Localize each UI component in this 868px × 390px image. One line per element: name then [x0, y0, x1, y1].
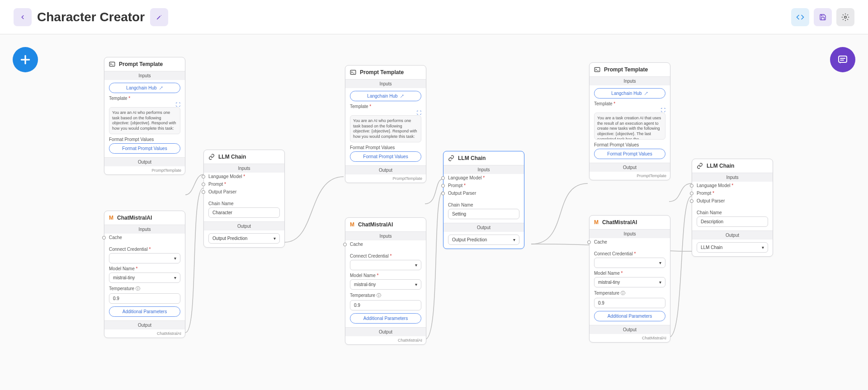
- mistral-icon: M: [594, 219, 599, 226]
- mistral-icon: M: [350, 221, 354, 228]
- template-textarea[interactable]: You are an AI who performs one task base…: [350, 115, 421, 142]
- credential-select[interactable]: ▾: [594, 258, 665, 268]
- chat-mistral-node-2[interactable]: M ChatMistralAI Inputs Cache Connect Cre…: [345, 217, 426, 345]
- template-textarea[interactable]: You are an AI who performs one task base…: [109, 107, 180, 134]
- template-textarea[interactable]: You are a task creation AI that uses the…: [594, 113, 665, 140]
- edit-title-button[interactable]: [150, 8, 168, 26]
- llm-chain-node-1[interactable]: LLM Chain Inputs Language Model Prompt O…: [203, 150, 285, 248]
- outputs-section: Output: [443, 223, 524, 232]
- langchain-hub-button[interactable]: Langchain Hub: [109, 83, 180, 93]
- node-header: M ChatMistralAI: [345, 218, 426, 231]
- chain-name-input[interactable]: Description: [697, 216, 768, 227]
- output-label: ChatMistralAI: [104, 329, 185, 338]
- chain-name-input[interactable]: Setting: [448, 209, 519, 219]
- format-prompt-button[interactable]: Format Prompt Values: [594, 149, 665, 159]
- cache-port: Cache: [345, 240, 426, 248]
- terminal-icon: [350, 69, 356, 75]
- node-header: LLM Chain: [443, 151, 524, 165]
- node-title: ChatMistralAI: [358, 221, 393, 228]
- add-node-button[interactable]: [13, 47, 38, 72]
- output-select[interactable]: Output Prediction▾: [208, 233, 280, 244]
- format-prompt-button[interactable]: Format Prompt Values: [350, 151, 421, 162]
- node-title: ChatMistralAI: [117, 215, 152, 221]
- model-select[interactable]: mistral-tiny▾: [594, 277, 665, 287]
- cred-label: Connect Credential: [350, 254, 421, 258]
- node-header: Prompt Template: [590, 63, 670, 76]
- llm-chain-node-2[interactable]: LLM Chain Inputs Language Model Prompt O…: [443, 151, 524, 249]
- inputs-section: Inputs: [104, 71, 185, 80]
- credential-select[interactable]: ▾: [350, 260, 421, 270]
- output-label: PromptTemplate: [590, 172, 670, 180]
- node-title: LLM Chain: [218, 154, 246, 160]
- cache-port: Cache: [104, 234, 185, 241]
- outputs-section: Output: [692, 230, 773, 240]
- chat-mistral-node-1[interactable]: M ChatMistralAI Inputs Cache Connect Cre…: [104, 211, 185, 338]
- wand-icon: [400, 94, 404, 99]
- node-header: M ChatMistralAI: [590, 216, 670, 229]
- node-header: LLM Chain: [204, 150, 284, 164]
- outputs-section: Output: [104, 320, 185, 329]
- inputs-section: Inputs: [345, 231, 426, 240]
- langchain-hub-button[interactable]: Langchain Hub: [594, 88, 665, 99]
- format-label: Format Prompt Values: [350, 145, 421, 150]
- model-label: Model Name: [594, 271, 665, 276]
- model-select[interactable]: mistral-tiny▾: [350, 279, 421, 290]
- node-title: Prompt Template: [119, 61, 163, 67]
- info-icon[interactable]: ⓘ: [621, 291, 625, 296]
- model-select[interactable]: mistral-tiny▾: [109, 273, 180, 283]
- expand-icon[interactable]: ⛶: [176, 102, 180, 107]
- node-title: Prompt Template: [360, 69, 404, 75]
- node-title: Prompt Template: [604, 66, 648, 73]
- inputs-section: Inputs: [104, 225, 185, 234]
- prompt-template-node-2[interactable]: Prompt Template Inputs Langchain Hub Tem…: [345, 65, 426, 183]
- info-icon[interactable]: ⓘ: [136, 286, 140, 291]
- format-prompt-button[interactable]: Format Prompt Values: [109, 143, 180, 154]
- expand-icon[interactable]: ⛶: [661, 108, 665, 113]
- additional-params-button[interactable]: Additional Parameters: [350, 313, 421, 324]
- outputs-section: Output: [104, 157, 185, 166]
- chat-mistral-node-3[interactable]: M ChatMistralAI Inputs Cache Connect Cre…: [589, 215, 670, 343]
- svg-rect-2: [109, 62, 115, 66]
- prompt-template-node-1[interactable]: Prompt Template Inputs Langchain Hub Tem…: [104, 57, 185, 175]
- temperature-input[interactable]: 0.9: [109, 293, 180, 304]
- expand-icon[interactable]: ⛶: [417, 110, 421, 115]
- temperature-input[interactable]: 0.9: [350, 300, 421, 310]
- model-label: Model Name: [350, 273, 421, 278]
- node-title: ChatMistralAI: [602, 219, 637, 226]
- cache-port: Cache: [590, 238, 670, 246]
- parser-port: Output Parser: [692, 197, 773, 205]
- link-icon: [448, 155, 454, 161]
- outputs-section: Output: [590, 163, 670, 172]
- langchain-hub-button[interactable]: Langchain Hub: [350, 91, 421, 101]
- format-label: Format Prompt Values: [594, 142, 665, 147]
- code-icon: [796, 13, 804, 21]
- save-button[interactable]: [814, 8, 832, 26]
- svg-rect-1: [839, 56, 847, 62]
- info-icon[interactable]: ⓘ: [377, 293, 381, 298]
- output-select[interactable]: Output Prediction▾: [448, 235, 519, 245]
- outputs-section: Output: [345, 327, 426, 336]
- settings-button[interactable]: [836, 8, 854, 26]
- output-label: ChatMistralAI: [590, 334, 670, 342]
- additional-params-button[interactable]: Additional Parameters: [594, 311, 665, 321]
- prompt-template-node-3[interactable]: Prompt Template Inputs Langchain Hub Tem…: [589, 62, 670, 180]
- inputs-section: Inputs: [692, 173, 773, 182]
- credential-select[interactable]: ▾: [109, 253, 180, 263]
- output-label: ChatMistralAI: [345, 336, 426, 344]
- canvas[interactable]: Prompt Template Inputs Langchain Hub Tem…: [0, 34, 868, 390]
- llm-chain-node-3[interactable]: LLM Chain Inputs Language Model Prompt O…: [692, 159, 773, 257]
- output-select[interactable]: LLM Chain▾: [697, 242, 768, 253]
- temperature-input[interactable]: 0.9: [594, 298, 665, 308]
- node-header: LLM Chain: [692, 159, 773, 173]
- inputs-section: Inputs: [204, 164, 284, 173]
- cred-label: Connect Credential: [109, 247, 180, 252]
- output-label: PromptTemplate: [345, 174, 426, 183]
- back-button[interactable]: [14, 8, 32, 26]
- chat-button[interactable]: [830, 47, 855, 72]
- code-button[interactable]: [791, 8, 809, 26]
- additional-params-button[interactable]: Additional Parameters: [109, 306, 180, 317]
- wand-icon: [644, 91, 648, 96]
- chain-name-input[interactable]: Character: [208, 207, 280, 218]
- parser-port: Output Parser: [443, 189, 524, 197]
- header: Character Creator: [0, 0, 868, 34]
